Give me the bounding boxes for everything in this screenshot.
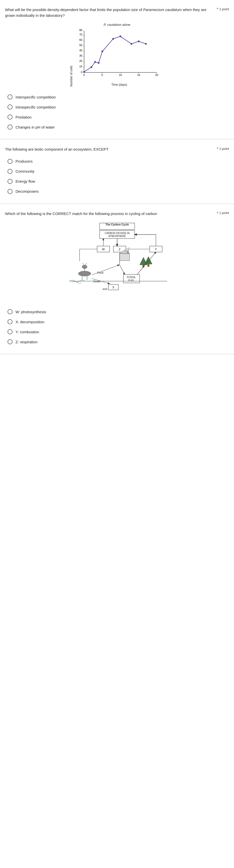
question-1-points: * 1 point (217, 7, 229, 11)
option-q2-1[interactable]: Producers (5, 156, 229, 166)
radio-q2-1[interactable] (7, 159, 12, 164)
radio-q2-2[interactable] (7, 169, 12, 174)
option-q3-4[interactable]: Z: respiration (5, 337, 229, 347)
chart-svg-wrap: 0 10 20 30 40 50 60 70 (74, 29, 165, 87)
svg-text:Z: Z (119, 248, 121, 251)
option-q1-1-label: Interspecific competition (15, 95, 56, 99)
radio-q2-3[interactable] (7, 179, 12, 184)
svg-text:0: 0 (83, 73, 85, 76)
svg-text:0: 0 (80, 71, 82, 74)
svg-text:5: 5 (101, 73, 103, 76)
option-q3-2-label: X: decomposition (15, 320, 44, 324)
radio-q3-3[interactable] (7, 329, 12, 334)
svg-text:60: 60 (79, 38, 82, 41)
radio-q3-2[interactable] (7, 319, 12, 324)
svg-text:Death: Death (93, 280, 101, 283)
required-star-2: * (217, 147, 218, 151)
option-q2-2-label: Community (15, 169, 35, 174)
svg-line-83 (137, 252, 156, 274)
svg-line-69 (82, 263, 84, 266)
svg-text:FOSSIL: FOSSIL (127, 276, 136, 279)
option-q1-1[interactable]: Interspecific competition (5, 92, 229, 102)
svg-text:10: 10 (119, 73, 122, 76)
svg-text:Food: Food (97, 271, 103, 274)
svg-line-70 (85, 263, 87, 266)
option-q3-1[interactable]: W: photosynthesis (5, 307, 229, 317)
option-q1-2[interactable]: Intraspecific competition (5, 102, 229, 112)
svg-text:ATMOSPHERE: ATMOSPHERE (108, 235, 126, 238)
svg-rect-59 (120, 254, 130, 260)
svg-point-37 (130, 43, 132, 45)
svg-point-33 (98, 62, 99, 64)
option-q3-1-label: W: photosynthesis (15, 310, 46, 314)
svg-text:80: 80 (79, 29, 82, 32)
svg-rect-65 (148, 264, 149, 267)
option-q2-3-label: Energy flow (15, 179, 35, 183)
option-q1-2-label: Intraspecific competition (15, 105, 56, 109)
svg-point-30 (83, 71, 85, 73)
question-2: The following are biotic component of an… (0, 140, 234, 204)
svg-point-36 (120, 36, 121, 37)
chart-1-area: Number of cells 0 10 20 (70, 29, 165, 87)
option-q1-4[interactable]: Changes in pH of water (5, 122, 229, 132)
option-q3-3-label: Y: combustion (15, 330, 39, 334)
svg-point-35 (112, 38, 114, 40)
svg-rect-61 (127, 251, 129, 254)
svg-point-38 (138, 40, 139, 42)
radio-q1-3[interactable] (7, 115, 12, 120)
option-q1-3[interactable]: Predation (5, 112, 229, 122)
x-axis-label: Time (days) (74, 83, 165, 87)
question-1: What will be the possible density-depend… (0, 0, 234, 140)
svg-text:70: 70 (79, 33, 82, 36)
svg-text:Y: Y (155, 248, 157, 251)
y-axis-label: Number of cells (70, 66, 73, 87)
option-q3-4-label: Z: respiration (15, 340, 37, 344)
svg-point-66 (78, 271, 91, 276)
option-q2-4[interactable]: Decomposers (5, 186, 229, 196)
question-1-text: What will be the possible density-depend… (5, 7, 217, 18)
svg-text:The Carbon Cycle: The Carbon Cycle (105, 223, 129, 226)
svg-line-73 (92, 265, 119, 275)
radio-q3-1[interactable] (7, 309, 12, 314)
required-star-1: * (217, 7, 218, 11)
svg-text:20: 20 (155, 73, 158, 76)
radio-q1-1[interactable] (7, 94, 12, 99)
svg-text:20: 20 (79, 59, 82, 62)
svg-point-31 (90, 66, 92, 68)
chart-svg: 0 10 20 30 40 50 60 70 (74, 29, 159, 81)
svg-text:X: X (112, 286, 114, 289)
svg-point-34 (101, 51, 103, 52)
required-star-3: * (217, 211, 218, 215)
carbon-cycle-diagram: The Carbon Cycle CARBON DIOXIDE IN ATMOS… (5, 221, 229, 301)
radio-q2-4[interactable] (7, 189, 12, 194)
radio-q1-2[interactable] (7, 104, 12, 110)
svg-point-39 (145, 43, 147, 45)
option-q3-2[interactable]: X: decomposition (5, 317, 229, 327)
chart-1-title: P. caudatum alone (70, 23, 165, 27)
carbon-cycle-svg: The Carbon Cycle CARBON DIOXIDE IN ATMOS… (65, 221, 170, 301)
question-3-points: * 1 point (217, 211, 229, 215)
option-q2-3[interactable]: Energy flow (5, 177, 229, 186)
svg-point-68 (82, 265, 87, 269)
question-2-options: Producers Community Energy flow Decompos… (5, 156, 229, 196)
radio-q3-4[interactable] (7, 339, 12, 344)
svg-text:and: and (103, 287, 107, 290)
svg-text:50: 50 (79, 43, 82, 46)
question-2-header: The following are biotic component of an… (5, 147, 229, 152)
svg-text:W: W (102, 248, 105, 251)
option-q2-2[interactable]: Community (5, 166, 229, 177)
svg-line-85 (120, 265, 125, 274)
question-2-text: The following are biotic component of an… (5, 147, 217, 152)
radio-q1-4[interactable] (7, 125, 12, 129)
option-q3-3[interactable]: Y: combustion (5, 327, 229, 337)
question-1-header: What will be the possible density-depend… (5, 7, 229, 18)
question-3-options: W: photosynthesis X: decomposition Y: co… (5, 307, 229, 347)
svg-text:15: 15 (137, 73, 140, 76)
svg-text:CARBON DIOXIDE IN: CARBON DIOXIDE IN (105, 232, 129, 235)
question-2-points: * 1 point (217, 147, 229, 151)
option-q2-1-label: Producers (15, 159, 33, 163)
svg-text:40: 40 (79, 49, 82, 52)
svg-text:30: 30 (79, 54, 82, 57)
chart-1: P. caudatum alone Number of cells 0 10 (5, 23, 229, 87)
question-3: Which of the following is the CORRECT ma… (0, 204, 234, 354)
